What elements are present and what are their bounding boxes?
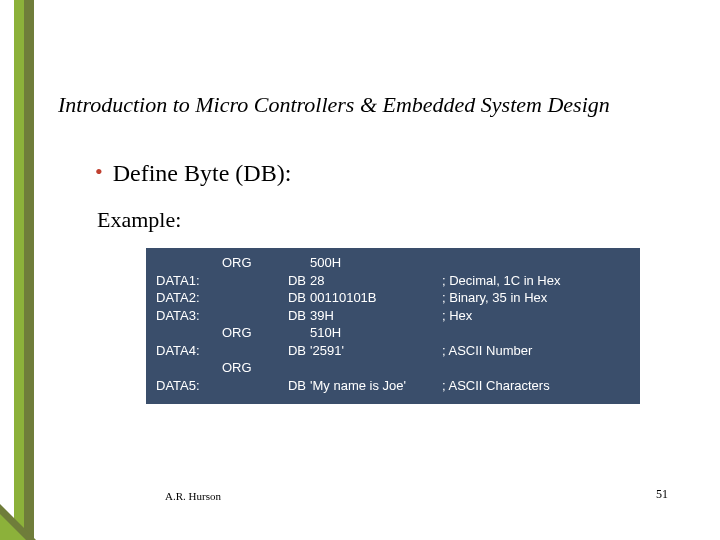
code-db (264, 359, 308, 377)
footer-page-number: 51 (656, 487, 668, 502)
accent-stripe-olive (24, 0, 34, 540)
corner-accent-light (0, 514, 26, 540)
code-row: DATA2: DB 00110101B ; Binary, 35 in Hex (154, 289, 632, 307)
code-label (154, 324, 220, 342)
code-table: ORG 500H DATA1: DB 28 ; Decimal, 1C in H… (154, 254, 632, 394)
code-row: ORG (154, 359, 632, 377)
code-val (308, 359, 440, 377)
code-val: 510H (308, 324, 440, 342)
code-org: ORG (220, 254, 264, 272)
code-example-box: ORG 500H DATA1: DB 28 ; Decimal, 1C in H… (146, 248, 640, 404)
bullet-icon: • (95, 161, 103, 183)
code-db: DB (264, 342, 308, 360)
code-db: DB (264, 289, 308, 307)
code-row: DATA4: DB '2591' ; ASCII Number (154, 342, 632, 360)
code-db (264, 254, 308, 272)
slide-title: Introduction to Micro Controllers & Embe… (58, 92, 690, 118)
code-label: DATA5: (154, 377, 220, 395)
code-comment: ; Binary, 35 in Hex (440, 289, 632, 307)
code-db: DB (264, 377, 308, 395)
code-row: DATA3: DB 39H ; Hex (154, 307, 632, 325)
code-row: ORG 500H (154, 254, 632, 272)
slide-body: • Define Byte (DB): Example: (95, 160, 670, 233)
code-val: 00110101B (308, 289, 440, 307)
code-org (220, 289, 264, 307)
code-label (154, 359, 220, 377)
code-db: DB (264, 307, 308, 325)
footer-author: A.R. Hurson (165, 490, 221, 502)
bullet-line: • Define Byte (DB): (95, 160, 670, 187)
code-org (220, 307, 264, 325)
code-val: 39H (308, 307, 440, 325)
code-org (220, 377, 264, 395)
code-org: ORG (220, 359, 264, 377)
code-org: ORG (220, 324, 264, 342)
code-label: DATA3: (154, 307, 220, 325)
bullet-text: Define Byte (DB): (113, 160, 292, 187)
code-label: DATA2: (154, 289, 220, 307)
code-org (220, 272, 264, 290)
code-row: DATA5: DB 'My name is Joe' ; ASCII Chara… (154, 377, 632, 395)
code-db: DB (264, 272, 308, 290)
code-comment: ; ASCII Number (440, 342, 632, 360)
code-comment: ; Decimal, 1C in Hex (440, 272, 632, 290)
code-val: 500H (308, 254, 440, 272)
code-comment (440, 359, 632, 377)
code-row: ORG 510H (154, 324, 632, 342)
slide: Introduction to Micro Controllers & Embe… (0, 0, 720, 540)
code-comment (440, 324, 632, 342)
code-row: DATA1: DB 28 ; Decimal, 1C in Hex (154, 272, 632, 290)
example-label: Example: (97, 207, 670, 233)
code-label: DATA1: (154, 272, 220, 290)
code-comment: ; Hex (440, 307, 632, 325)
code-label: DATA4: (154, 342, 220, 360)
code-org (220, 342, 264, 360)
code-val: 'My name is Joe' (308, 377, 440, 395)
accent-stripe-green (14, 0, 24, 540)
code-val: 28 (308, 272, 440, 290)
code-val: '2591' (308, 342, 440, 360)
code-comment (440, 254, 632, 272)
code-db (264, 324, 308, 342)
code-label (154, 254, 220, 272)
code-comment: ; ASCII Characters (440, 377, 632, 395)
